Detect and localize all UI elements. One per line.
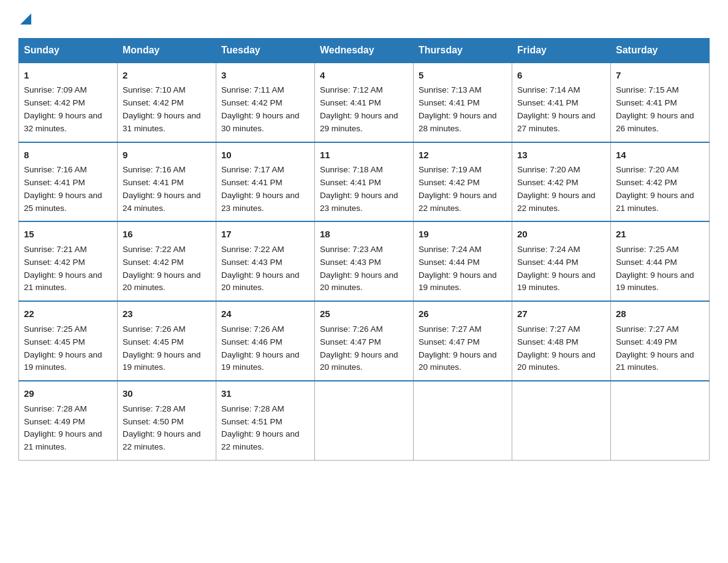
sunrise-text: Sunrise: 7:17 AM	[221, 165, 284, 174]
sunrise-text: Sunrise: 7:12 AM	[320, 85, 383, 94]
sunrise-text: Sunrise: 7:20 AM	[517, 165, 580, 174]
sunset-text: Sunset: 4:42 PM	[24, 98, 85, 107]
calendar-cell: 1Sunrise: 7:09 AMSunset: 4:42 PMDaylight…	[19, 63, 118, 142]
calendar-cell: 16Sunrise: 7:22 AMSunset: 4:42 PMDayligh…	[118, 221, 216, 301]
sunset-text: Sunset: 4:43 PM	[221, 258, 282, 267]
sunrise-text: Sunrise: 7:26 AM	[320, 324, 383, 334]
sunrise-text: Sunrise: 7:15 AM	[616, 85, 679, 94]
day-number: 19	[419, 227, 507, 241]
day-number: 17	[221, 227, 309, 241]
calendar-cell: 6Sunrise: 7:14 AMSunset: 4:41 PMDaylight…	[512, 63, 611, 142]
sunrise-text: Sunrise: 7:24 AM	[517, 245, 580, 254]
daylight-text: Daylight: 9 hours and 21 minutes.	[616, 350, 694, 372]
sunrise-text: Sunrise: 7:16 AM	[24, 165, 87, 174]
sunset-text: Sunset: 4:44 PM	[616, 258, 677, 267]
sunrise-text: Sunrise: 7:24 AM	[419, 245, 482, 254]
sunset-text: Sunset: 4:49 PM	[616, 337, 677, 347]
calendar-cell: 21Sunrise: 7:25 AMSunset: 4:44 PMDayligh…	[611, 221, 710, 301]
sunset-text: Sunset: 4:42 PM	[616, 178, 677, 187]
calendar-cell: 13Sunrise: 7:20 AMSunset: 4:42 PMDayligh…	[512, 142, 611, 222]
sunset-text: Sunset: 4:44 PM	[517, 258, 578, 267]
daylight-text: Daylight: 9 hours and 23 minutes.	[320, 191, 398, 213]
sunrise-text: Sunrise: 7:14 AM	[517, 85, 580, 94]
logo	[18, 12, 31, 27]
sunset-text: Sunset: 4:47 PM	[320, 337, 381, 347]
sunset-text: Sunset: 4:42 PM	[419, 178, 480, 187]
day-number: 1	[24, 68, 112, 82]
sunset-text: Sunset: 4:41 PM	[24, 178, 85, 187]
calendar-cell: 29Sunrise: 7:28 AMSunset: 4:49 PMDayligh…	[19, 381, 118, 460]
calendar-cell: 2Sunrise: 7:10 AMSunset: 4:42 PMDaylight…	[118, 63, 216, 142]
weekday-header-wednesday: Wednesday	[315, 38, 414, 63]
sunrise-text: Sunrise: 7:10 AM	[123, 85, 186, 94]
day-number: 21	[616, 227, 704, 241]
sunrise-text: Sunrise: 7:26 AM	[221, 324, 284, 334]
weekday-header-row: SundayMondayTuesdayWednesdayThursdayFrid…	[19, 38, 710, 63]
sunset-text: Sunset: 4:42 PM	[123, 258, 184, 267]
calendar-cell: 22Sunrise: 7:25 AMSunset: 4:45 PMDayligh…	[19, 301, 118, 381]
calendar-table: SundayMondayTuesdayWednesdayThursdayFrid…	[18, 38, 710, 461]
day-number: 11	[320, 148, 408, 162]
day-number: 18	[320, 227, 408, 241]
day-number: 15	[24, 227, 112, 241]
daylight-text: Daylight: 9 hours and 31 minutes.	[123, 111, 201, 133]
day-number: 6	[517, 68, 605, 82]
sunset-text: Sunset: 4:48 PM	[517, 337, 578, 347]
calendar-cell: 14Sunrise: 7:20 AMSunset: 4:42 PMDayligh…	[611, 142, 710, 222]
calendar-cell: 7Sunrise: 7:15 AMSunset: 4:41 PMDaylight…	[611, 63, 710, 142]
day-number: 27	[517, 307, 605, 321]
day-number: 2	[123, 68, 211, 82]
calendar-cell: 27Sunrise: 7:27 AMSunset: 4:48 PMDayligh…	[512, 301, 611, 381]
calendar-cell: 8Sunrise: 7:16 AMSunset: 4:41 PMDaylight…	[19, 142, 118, 222]
daylight-text: Daylight: 9 hours and 22 minutes.	[517, 191, 596, 213]
calendar-cell: 10Sunrise: 7:17 AMSunset: 4:41 PMDayligh…	[216, 142, 315, 222]
sunrise-text: Sunrise: 7:18 AM	[320, 165, 383, 174]
day-number: 9	[123, 148, 211, 162]
day-number: 12	[419, 148, 507, 162]
weekday-header-sunday: Sunday	[19, 38, 118, 63]
daylight-text: Daylight: 9 hours and 20 minutes.	[517, 350, 596, 372]
calendar-cell: 26Sunrise: 7:27 AMSunset: 4:47 PMDayligh…	[414, 301, 512, 381]
calendar-body: 1Sunrise: 7:09 AMSunset: 4:42 PMDaylight…	[19, 63, 710, 461]
sunrise-text: Sunrise: 7:20 AM	[616, 165, 679, 174]
calendar-cell	[414, 381, 512, 460]
daylight-text: Daylight: 9 hours and 27 minutes.	[517, 111, 596, 133]
sunset-text: Sunset: 4:41 PM	[419, 98, 480, 107]
sunrise-text: Sunrise: 7:22 AM	[123, 245, 186, 254]
daylight-text: Daylight: 9 hours and 24 minutes.	[123, 191, 201, 213]
daylight-text: Daylight: 9 hours and 19 minutes.	[221, 350, 300, 372]
daylight-text: Daylight: 9 hours and 22 minutes.	[221, 429, 300, 451]
weekday-header-friday: Friday	[512, 38, 611, 63]
day-number: 22	[24, 307, 112, 321]
sunset-text: Sunset: 4:41 PM	[616, 98, 677, 107]
day-number: 4	[320, 68, 408, 82]
daylight-text: Daylight: 9 hours and 19 minutes.	[419, 270, 497, 293]
daylight-text: Daylight: 9 hours and 21 minutes.	[24, 429, 102, 451]
day-number: 13	[517, 148, 605, 162]
day-number: 23	[123, 307, 211, 321]
sunset-text: Sunset: 4:47 PM	[419, 337, 480, 347]
calendar-cell: 5Sunrise: 7:13 AMSunset: 4:41 PMDaylight…	[414, 63, 512, 142]
sunrise-text: Sunrise: 7:27 AM	[419, 324, 482, 334]
sunset-text: Sunset: 4:49 PM	[24, 417, 85, 426]
sunset-text: Sunset: 4:42 PM	[517, 178, 578, 187]
sunrise-text: Sunrise: 7:27 AM	[517, 324, 580, 334]
calendar-week-row: 1Sunrise: 7:09 AMSunset: 4:42 PMDaylight…	[19, 63, 710, 142]
sunrise-text: Sunrise: 7:26 AM	[123, 324, 186, 334]
weekday-header-thursday: Thursday	[414, 38, 512, 63]
daylight-text: Daylight: 9 hours and 22 minutes.	[419, 191, 497, 213]
day-number: 28	[616, 307, 704, 321]
calendar-cell: 11Sunrise: 7:18 AMSunset: 4:41 PMDayligh…	[315, 142, 414, 222]
calendar-cell: 23Sunrise: 7:26 AMSunset: 4:45 PMDayligh…	[118, 301, 216, 381]
day-number: 3	[221, 68, 309, 82]
calendar-cell: 9Sunrise: 7:16 AMSunset: 4:41 PMDaylight…	[118, 142, 216, 222]
sunrise-text: Sunrise: 7:28 AM	[123, 404, 186, 413]
day-number: 5	[419, 68, 507, 82]
daylight-text: Daylight: 9 hours and 22 minutes.	[123, 429, 201, 451]
calendar-header: SundayMondayTuesdayWednesdayThursdayFrid…	[19, 38, 710, 63]
sunset-text: Sunset: 4:42 PM	[24, 258, 85, 267]
page-header	[18, 12, 710, 27]
calendar-cell: 31Sunrise: 7:28 AMSunset: 4:51 PMDayligh…	[216, 381, 315, 460]
daylight-text: Daylight: 9 hours and 21 minutes.	[616, 191, 694, 213]
sunset-text: Sunset: 4:41 PM	[320, 98, 381, 107]
